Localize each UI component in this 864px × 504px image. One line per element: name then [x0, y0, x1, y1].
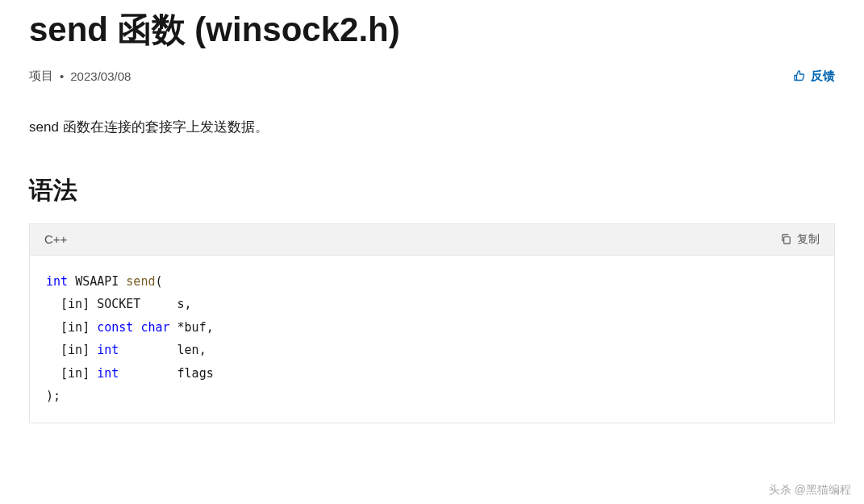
keyword-int-2: int — [97, 343, 119, 357]
keyword-char: char — [140, 320, 169, 335]
code-line-4a: [in] — [46, 366, 97, 381]
copy-button[interactable]: 复制 — [780, 232, 820, 247]
code-body: int WSAAPI send( [in] SOCKET s, [in] con… — [30, 256, 834, 423]
keyword-int: int — [46, 274, 68, 289]
meta-label: 项目 — [29, 69, 53, 84]
feedback-label: 反馈 — [811, 69, 835, 84]
code-line-3a: [in] — [46, 343, 97, 357]
keyword-int-3: int — [97, 366, 119, 381]
code-line-4b: flags — [119, 366, 213, 381]
meta-date: 2023/03/08 — [70, 69, 131, 83]
function-name: send — [126, 274, 155, 289]
svg-rect-0 — [784, 237, 791, 244]
copy-icon — [780, 233, 792, 245]
code-language-label: C++ — [44, 232, 67, 246]
syntax-heading: 语法 — [29, 174, 835, 207]
meta-row: 项目 • 2023/03/08 反馈 — [29, 69, 835, 84]
description-text: send 函数在连接的套接字上发送数据。 — [29, 116, 835, 138]
feedback-button[interactable]: 反馈 — [793, 69, 835, 84]
meta-separator: • — [60, 69, 64, 83]
copy-label: 复制 — [797, 232, 820, 247]
t-close: ); — [46, 389, 61, 403]
page-title: send 函数 (winsock2.h) — [29, 8, 835, 52]
code-line-2b: *buf, — [170, 320, 214, 335]
t-wsaapi: WSAAPI — [75, 274, 126, 289]
code-line-2a: [in] — [46, 320, 97, 335]
thumbs-up-icon — [793, 69, 806, 82]
code-block: C++ 复制 int WSAAPI send( [in] SOCKET s, [… — [29, 223, 835, 423]
meta-info: 项目 • 2023/03/08 — [29, 69, 131, 84]
code-line-1: [in] SOCKET s, — [46, 297, 192, 311]
code-line-3b: len, — [119, 343, 206, 357]
keyword-const: const — [97, 320, 133, 335]
t-open: ( — [155, 274, 162, 289]
code-header: C++ 复制 — [30, 224, 834, 256]
